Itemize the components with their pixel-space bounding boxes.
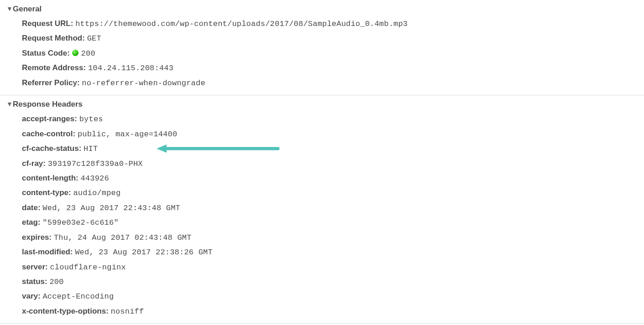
header-row: cache-control: public, max-age=14400 [22, 127, 644, 141]
status-dot-icon [72, 50, 79, 56]
row-label: content-type: [22, 188, 71, 197]
row-value: nosniff [111, 307, 144, 316]
header-row: date: Wed, 23 Aug 2017 22:43:48 GMT [22, 201, 644, 215]
header-row: accept-ranges: bytes [22, 112, 644, 126]
row-value: 393197c128f339a0-PHX [48, 160, 143, 168]
general-section: ▼ General Request URL: https://themewood… [0, 0, 644, 95]
header-row: content-type: audio/mpeg [22, 186, 644, 200]
row-value: https://themewood.com/wp-content/uploads… [75, 20, 408, 28]
header-row: last-modified: Wed, 23 Aug 2017 22:38:26… [22, 245, 644, 259]
row-value: no-referrer-when-downgrade [82, 79, 205, 88]
row-value: HIT [84, 144, 98, 153]
row-value: 104.24.115.208:443 [88, 64, 173, 72]
row-value: Wed, 23 Aug 2017 22:38:26 GMT [75, 248, 213, 257]
header-row: Referrer Policy: no-referrer-when-downgr… [22, 76, 644, 90]
row-label: last-modified: [22, 248, 73, 256]
row-label: Request URL: [22, 19, 73, 28]
row-value: 200 [81, 49, 95, 58]
header-row: Request Method: GET [22, 31, 644, 46]
header-row: Remote Address: 104.24.115.208:443 [22, 61, 644, 75]
row-value: "599e03e2-6c616" [42, 218, 118, 227]
header-row: x-content-type-options: nosniff [22, 304, 644, 319]
row-label: Request Method: [22, 34, 85, 42]
row-label: server: [22, 263, 48, 271]
row-label: Status Code: [22, 49, 70, 57]
svg-marker-1 [157, 144, 167, 153]
header-row: etag: "599e03e2-6c616" [22, 215, 644, 230]
header-row: content-length: 443926 [22, 171, 644, 186]
response-headers-section: ▼ Response Headers accept-ranges: bytesc… [0, 95, 644, 324]
row-label: vary: [22, 292, 41, 300]
row-label: cache-control: [22, 129, 75, 138]
row-label: status: [22, 277, 47, 286]
header-row: Request URL: https://themewood.com/wp-co… [22, 16, 644, 31]
row-label: cf-cache-status: [22, 144, 81, 153]
header-row: Status Code: 200 [22, 46, 644, 61]
response-headers-title: Response Headers [13, 100, 83, 109]
row-value: Thu, 24 Aug 2017 02:43:48 GMT [54, 233, 192, 242]
row-label: date: [22, 203, 41, 212]
header-row: server: cloudflare-nginx [22, 260, 644, 274]
row-label: Referrer Policy: [22, 78, 80, 87]
row-label: content-length: [22, 174, 79, 182]
row-label: cf-ray: [22, 159, 46, 168]
general-section-header[interactable]: ▼ General [0, 4, 644, 16]
caret-down-icon: ▼ [6, 5, 13, 12]
header-row: expires: Thu, 24 Aug 2017 02:43:48 GMT [22, 230, 644, 245]
row-value: bytes [79, 115, 103, 124]
row-value: cloudflare-nginx [50, 263, 126, 272]
header-row: vary: Accept-Encoding [22, 289, 644, 304]
row-value: 443926 [80, 174, 109, 183]
row-label: x-content-type-options: [22, 307, 109, 315]
caret-down-icon: ▼ [6, 100, 13, 108]
header-row: status: 200 [22, 274, 644, 289]
row-value: public, max-age=14400 [78, 130, 177, 139]
arrow-left-icon [157, 143, 280, 154]
row-value: 200 [49, 278, 63, 286]
response-headers-section-header[interactable]: ▼ Response Headers [0, 99, 644, 112]
row-value: audio/mpeg [73, 189, 120, 197]
general-rows: Request URL: https://themewood.com/wp-co… [0, 16, 644, 90]
header-row: cf-cache-status: HIT [22, 141, 644, 156]
header-row: cf-ray: 393197c128f339a0-PHX [22, 156, 644, 171]
row-label: expires: [22, 233, 52, 242]
general-title: General [13, 5, 42, 14]
row-label: Remote Address: [22, 63, 86, 72]
row-label: accept-ranges: [22, 114, 77, 123]
row-value: GET [87, 34, 101, 43]
row-value: Accept-Encoding [42, 292, 114, 301]
response-headers-rows: accept-ranges: bytescache-control: publi… [0, 112, 644, 319]
row-value: Wed, 23 Aug 2017 22:43:48 GMT [42, 204, 180, 212]
row-label: etag: [22, 218, 41, 227]
